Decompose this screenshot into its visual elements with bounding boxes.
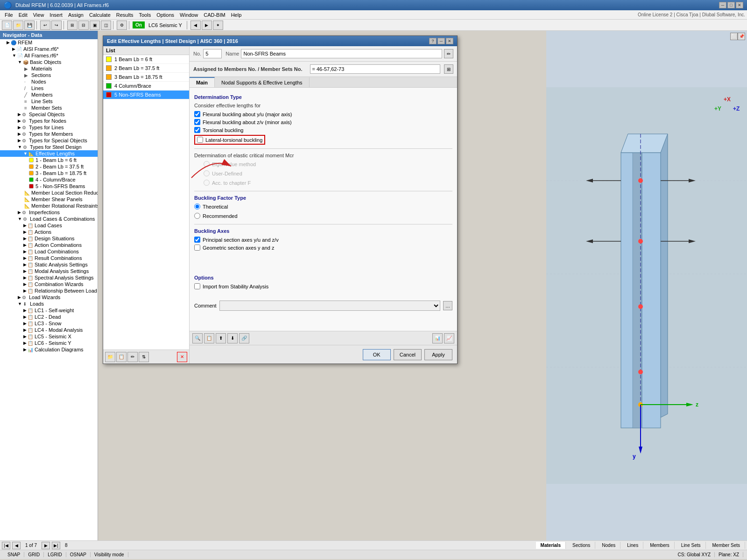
toolbar-calc[interactable]: ⚙	[117, 21, 127, 30]
nav-modal-analysis[interactable]: ▶📋Modal Analysis Settings	[0, 268, 98, 274]
bottom-tab-member-sets[interactable]: Member Sets	[708, 542, 745, 549]
list-btn-copy[interactable]: 📋	[116, 352, 127, 362]
bottom-btn-icon2[interactable]: 📈	[444, 333, 454, 343]
menu-assign[interactable]: Assign	[65, 11, 86, 19]
eigenvalue-radio[interactable]	[204, 161, 210, 167]
nav-load-cases-combo[interactable]: ▼ ⚙ Load Cases & Combinations	[0, 216, 98, 222]
flexural-y-checkbox-label[interactable]: Flexural buckling about y/u (major axis)	[194, 111, 292, 117]
ok-button[interactable]: OK	[363, 349, 391, 360]
geometric-axes-checkbox[interactable]	[194, 245, 200, 251]
nav-design-situations[interactable]: ▶📋Design Situations	[0, 235, 98, 242]
nav-types-lines[interactable]: ▶ ⚙ Types for Lines	[0, 124, 98, 131]
torsional-checkbox[interactable]	[194, 127, 200, 133]
nav-lc3[interactable]: ▶📋LC3 - Snow	[0, 320, 98, 327]
toolbar-new[interactable]: 📄	[2, 21, 12, 30]
bottom-tab-line-sets[interactable]: Line Sets	[677, 542, 706, 549]
toolbar-btn4[interactable]: ◫	[101, 21, 111, 30]
status-lgrid[interactable]: LGRID	[44, 552, 66, 557]
acc-chapter-radio[interactable]	[204, 180, 210, 186]
nav-steel-item-2[interactable]: 2 - Beam Lb = 37.5 ft	[0, 163, 98, 170]
nav-types-special[interactable]: ▶ ⚙ Types for Special Objects	[0, 137, 98, 144]
status-visibility[interactable]: Visibility mode	[91, 552, 128, 557]
nav-action-combinations[interactable]: ▶📋Action Combinations	[0, 242, 98, 248]
assigned-input[interactable]	[310, 64, 441, 74]
nav-steel-item-5[interactable]: 5 - Non-SFRS Beams	[0, 183, 98, 189]
nav-basic-objects[interactable]: ▼ 📦 Basic Objects	[0, 59, 98, 65]
comment-select[interactable]	[219, 301, 440, 311]
apply-button[interactable]: Apply	[424, 349, 452, 360]
menu-insert[interactable]: Insert	[47, 11, 65, 19]
nav-load-cases[interactable]: ▶📋Load Cases	[0, 222, 98, 229]
nav-rfem[interactable]: ▶ 🔵 RFEM	[0, 39, 98, 46]
bottom-btn-1[interactable]: 🔍	[192, 333, 203, 343]
user-defined-radio-label[interactable]: User-Defined	[204, 170, 242, 176]
nav-imperfections[interactable]: ▶ ⚙ Imperfections	[0, 209, 98, 216]
menu-results[interactable]: Results	[113, 11, 136, 19]
toolbar-btn1[interactable]: ⊞	[67, 21, 78, 30]
status-osnap[interactable]: OSNAP	[66, 552, 91, 557]
bottom-btn-5[interactable]: 🔗	[239, 333, 249, 343]
list-item-5[interactable]: 5 Non-SFRS Beams	[103, 91, 189, 99]
theoretical-radio-label[interactable]: Theoretical	[194, 203, 228, 210]
nav-member-shear[interactable]: 📐 Member Shear Panels	[0, 196, 98, 203]
list-item-4[interactable]: 4 Column/Brace	[103, 82, 189, 91]
maximize-btn[interactable]: □	[727, 2, 735, 8]
nav-steel-item-4[interactable]: 4 - Column/Brace	[0, 176, 98, 183]
nav-lc1[interactable]: ▶📋LC1 - Self-weight	[0, 307, 98, 314]
nav-load-wizards[interactable]: ▶⚙Load Wizards	[0, 294, 98, 301]
acc-chapter-radio-label[interactable]: Acc. to chapter F	[204, 180, 251, 186]
nav-loads[interactable]: ▼⬇Loads	[0, 301, 98, 307]
nav-types-members[interactable]: ▶ ⚙ Types for Members	[0, 131, 98, 137]
tab-main[interactable]: Main	[190, 77, 215, 87]
page-last-btn[interactable]: ▶|	[52, 542, 60, 549]
close-btn[interactable]: ✕	[736, 2, 743, 8]
nav-line-sets[interactable]: ≡ Line Sets	[0, 98, 98, 105]
nav-relationship-lc[interactable]: ▶📋Relationship Between Load Cases	[0, 287, 98, 294]
menu-file[interactable]: File	[2, 11, 16, 19]
principal-axes-checkbox[interactable]	[194, 237, 200, 243]
page-next-btn[interactable]: ▶	[42, 542, 50, 549]
toolbar-btn3[interactable]: ▣	[90, 21, 100, 30]
bottom-btn-icon1[interactable]: 📊	[432, 333, 443, 343]
nav-special-objects[interactable]: ▶ ⚙ Special Objects	[0, 111, 98, 118]
name-edit-btn[interactable]: ✏	[444, 49, 453, 58]
bottom-tab-sections[interactable]: Sections	[568, 542, 595, 549]
menu-help[interactable]: Help	[228, 11, 245, 19]
list-btn-rename[interactable]: ✏	[127, 352, 138, 362]
menu-cad-bim[interactable]: CAD-BIM	[201, 11, 228, 19]
dialog-minimize-btn[interactable]: ─	[437, 38, 445, 44]
bottom-btn-2[interactable]: 📋	[204, 333, 214, 343]
nav-steel-item-1[interactable]: 1 - Beam Lb = 6 ft	[0, 157, 98, 163]
import-stability-checkbox[interactable]	[194, 283, 200, 289]
nav-result-combinations[interactable]: ▶📋Result Combinations	[0, 255, 98, 261]
tab-nodal-supports[interactable]: Nodal Supports & Effective Lengths	[215, 77, 309, 87]
nav-member-sets[interactable]: ≡ Member Sets	[0, 105, 98, 111]
list-btn-delete[interactable]: ✕	[177, 352, 187, 362]
bottom-tab-materials[interactable]: Materials	[536, 542, 566, 549]
menu-window[interactable]: Window	[177, 11, 201, 19]
name-input[interactable]	[241, 49, 442, 58]
panel-collapse-btn[interactable]: ⬜	[730, 33, 738, 40]
list-item-2[interactable]: 2 Beam Lb = 37.5 ft	[103, 64, 189, 73]
menu-tools[interactable]: Tools	[136, 11, 154, 19]
bottom-tab-nodes[interactable]: Nodes	[597, 542, 620, 549]
eigenvalue-radio-label[interactable]: Eigenvalue method	[204, 161, 256, 167]
nav-lc2[interactable]: ▶📋LC2 - Dead	[0, 314, 98, 320]
nav-aisi-file[interactable]: ▶ 📄 AISI Frame.rf6*	[0, 46, 98, 52]
toolbar-prev[interactable]: ◀	[190, 21, 201, 30]
nav-combo-wizards[interactable]: ▶📋Combination Wizards	[0, 281, 98, 287]
menu-options[interactable]: Options	[154, 11, 177, 19]
nav-types-nodes[interactable]: ▶ ⚙ Types for Nodes	[0, 118, 98, 124]
nav-steel-item-3[interactable]: 3 - Beam Lb = 18.75 ft	[0, 170, 98, 176]
nav-static-analysis[interactable]: ▶📋Static Analysis Settings	[0, 261, 98, 268]
comment-btn[interactable]: …	[443, 301, 452, 310]
recommended-radio-label[interactable]: Recommended	[194, 213, 238, 219]
nav-sections[interactable]: ▶ Sections	[0, 72, 98, 78]
nav-all-frames[interactable]: ▼ 📄 All Frames.rf6*	[0, 52, 98, 59]
assigned-picker-btn[interactable]: ⊞	[444, 64, 453, 74]
nav-lc4[interactable]: ▶📋LC4 - Modal Analysis	[0, 327, 98, 333]
nav-spectral-analysis[interactable]: ▶📋Spectral Analysis Settings	[0, 274, 98, 281]
list-item-3[interactable]: 3 Beam Lb = 18.75 ft	[103, 73, 189, 82]
menu-calculate[interactable]: Calculate	[86, 11, 113, 19]
nav-effective-lengths[interactable]: ▼ 📐 Effective Lengths	[0, 150, 98, 157]
